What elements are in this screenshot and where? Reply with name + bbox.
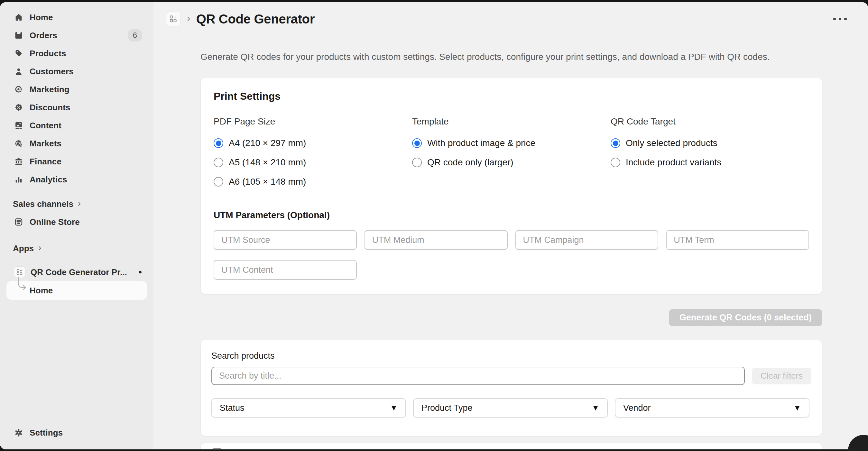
app-item-label: QR Code Generator Pr... xyxy=(31,267,127,277)
sidebar-item-analytics[interactable]: Analytics xyxy=(6,170,147,189)
radio-only-selected[interactable]: Only selected products xyxy=(611,136,809,150)
group-label: QR Code Target xyxy=(611,117,809,126)
search-products-label: Search products xyxy=(211,351,811,361)
radio-icon[interactable] xyxy=(214,138,223,148)
generate-qr-codes-button[interactable]: Generate QR Codes (0 selected) xyxy=(669,309,822,326)
radio-include-variants[interactable]: Include product variants xyxy=(611,155,809,169)
radio-icon[interactable] xyxy=(412,138,422,148)
search-input[interactable] xyxy=(211,367,745,385)
finance-bank-icon xyxy=(14,157,23,166)
select-value: Vendor xyxy=(623,403,651,413)
sidebar-item-settings[interactable]: Settings xyxy=(6,424,147,442)
utm-medium-field[interactable] xyxy=(365,230,508,250)
main-panel: › QR Code Generator Generate QR codes fo… xyxy=(153,2,868,449)
radio-template-image-price[interactable]: With product image & price xyxy=(412,136,611,150)
chevron-right-icon: › xyxy=(38,243,41,253)
notification-dot: • xyxy=(138,267,142,278)
sidebar-item-discounts[interactable]: Discounts xyxy=(6,98,147,117)
utm-content-field[interactable] xyxy=(214,260,357,280)
radio-icon[interactable] xyxy=(214,177,223,187)
app-frame: Home Orders 6 Products Customers Marketi… xyxy=(0,2,868,449)
radio-icon[interactable] xyxy=(611,138,620,148)
radio-icon[interactable] xyxy=(611,158,620,167)
radio-a6[interactable]: A6 (105 × 148 mm) xyxy=(214,175,412,189)
product-filters-card: Search products Clear filters Status ▼ P… xyxy=(200,340,822,436)
radio-label: Include product variants xyxy=(626,157,721,168)
tree-connector-icon xyxy=(18,277,28,293)
sidebar-item-customers[interactable]: Customers xyxy=(6,62,147,80)
page-content: Generate QR codes for your products with… xyxy=(153,36,868,449)
sidebar-item-markets[interactable]: Markets xyxy=(6,134,147,153)
radio-a4[interactable]: A4 (210 × 297 mm) xyxy=(214,136,412,150)
page-description: Generate QR codes for your products with… xyxy=(200,52,822,62)
radio-template-qr-only[interactable]: QR code only (larger) xyxy=(412,155,611,169)
product-type-select[interactable]: Product Type ▼ xyxy=(413,398,608,418)
sidebar-item-label: Orders xyxy=(30,31,57,40)
sidebar-item-label: Analytics xyxy=(30,175,67,185)
chevron-right-icon: › xyxy=(78,198,81,208)
status-select[interactable]: Status ▼ xyxy=(211,398,406,418)
markets-globe-icon xyxy=(14,139,23,148)
page-header: › QR Code Generator xyxy=(153,2,868,36)
sidebar-item-orders[interactable]: Orders 6 xyxy=(6,26,147,44)
discounts-seal-icon xyxy=(14,103,23,112)
sidebar-item-content[interactable]: Content xyxy=(6,117,147,134)
pdf-page-size-group: PDF Page Size A4 (210 × 297 mm) A5 (148 … xyxy=(214,117,412,194)
marketing-target-icon xyxy=(14,85,23,94)
breadcrumb-app-icon[interactable] xyxy=(166,12,181,26)
sidebar-item-marketing[interactable]: Marketing xyxy=(6,80,147,98)
products-tag-icon xyxy=(14,49,23,58)
ellipsis-dot xyxy=(839,18,841,20)
ellipsis-dot xyxy=(833,18,836,20)
app-home-label: Home xyxy=(30,286,53,296)
utm-campaign-field[interactable] xyxy=(516,230,658,250)
group-label: PDF Page Size xyxy=(214,117,412,126)
more-actions-button[interactable] xyxy=(830,13,850,25)
breadcrumb-chevron-icon: › xyxy=(187,12,190,24)
sales-channels-label: Sales channels xyxy=(13,199,73,209)
sidebar-item-label: Marketing xyxy=(30,85,69,95)
vendor-select[interactable]: Vendor ▼ xyxy=(615,398,809,418)
print-settings-groups: PDF Page Size A4 (210 × 297 mm) A5 (148 … xyxy=(214,117,809,194)
orders-icon xyxy=(14,31,23,40)
home-icon xyxy=(14,13,23,22)
gear-icon xyxy=(14,428,23,437)
radio-label: QR code only (larger) xyxy=(427,157,514,168)
print-settings-card: Print Settings PDF Page Size A4 (210 × 2… xyxy=(200,77,822,294)
utm-parameters-label: UTM Parameters (Optional) xyxy=(214,210,809,220)
utm-source-field[interactable] xyxy=(214,230,357,250)
sidebar-item-label: Home xyxy=(30,12,53,23)
qr-target-group: QR Code Target Only selected products In… xyxy=(611,117,809,194)
sidebar-item-label: Markets xyxy=(30,139,61,149)
app-grid-icon xyxy=(14,267,25,278)
radio-label: Only selected products xyxy=(626,138,717,148)
radio-icon[interactable] xyxy=(214,158,223,167)
settings-section: Settings xyxy=(0,424,153,442)
apps-header[interactable]: Apps › xyxy=(0,239,153,257)
radio-a5[interactable]: A5 (148 × 210 mm) xyxy=(214,155,412,169)
orders-count-badge: 6 xyxy=(128,29,142,41)
sidebar-item-products[interactable]: Products xyxy=(6,44,147,62)
select-value: Product Type xyxy=(422,403,473,413)
sales-channels-header[interactable]: Sales channels › xyxy=(0,195,153,213)
sidebar-item-finance[interactable]: Finance xyxy=(6,153,147,170)
clear-filters-button[interactable]: Clear filters xyxy=(752,368,811,384)
sidebar-item-label: Products xyxy=(30,49,66,59)
generate-button-row: Generate QR Codes (0 selected) xyxy=(200,309,822,326)
sidebar-item-label: Content xyxy=(30,121,61,131)
sidebar-item-label: Settings xyxy=(30,428,63,438)
sidebar-item-label: Discounts xyxy=(30,103,70,112)
sidebar-item-app-home[interactable]: Home xyxy=(6,281,147,300)
apps-label: Apps xyxy=(13,244,34,254)
sidebar-item-label: Finance xyxy=(30,157,61,167)
utm-fields xyxy=(214,230,809,280)
utm-term-field[interactable] xyxy=(666,230,809,250)
radio-label: With product image & price xyxy=(427,138,535,148)
sidebar-item-home[interactable]: Home xyxy=(6,8,147,26)
filter-dropdowns: Status ▼ Product Type ▼ Vendor ▼ xyxy=(211,398,811,418)
template-group: Template With product image & price QR c… xyxy=(412,117,611,194)
print-settings-title: Print Settings xyxy=(214,90,809,103)
select-all-checkbox[interactable] xyxy=(211,448,222,449)
radio-icon[interactable] xyxy=(412,158,422,167)
sidebar-item-online-store[interactable]: Online Store xyxy=(6,213,147,231)
